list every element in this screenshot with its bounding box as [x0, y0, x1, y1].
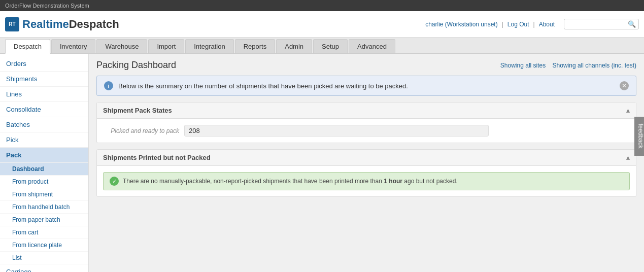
sidebar-sub-item-from-product[interactable]: From product — [0, 176, 88, 188]
section-pack-states: Shipment Pack States ▴ Picked and ready … — [96, 102, 636, 143]
sidebar-item-pick[interactable]: Pick — [0, 132, 88, 148]
search-box: 🔍 — [564, 19, 639, 29]
showing-all-channels-link[interactable]: Showing all channels (inc. test) — [553, 62, 636, 69]
showing-all-sites-link[interactable]: Showing all sites — [500, 62, 546, 69]
section-pack-states-header: Shipment Pack States ▴ — [97, 103, 636, 119]
about-link[interactable]: About — [539, 21, 555, 28]
logo-bold: Realtime — [22, 18, 69, 30]
sidebar-sub-item-from-shipment[interactable]: From shipment — [0, 188, 88, 201]
section-printed-not-packed-header: Shipments Printed but not Packed ▴ — [97, 150, 636, 166]
pack-states-value: 208 — [184, 125, 489, 137]
info-banner: i Below is the summary on the number of … — [96, 76, 636, 96]
logo: RT RealtimeDespatch — [5, 17, 119, 31]
info-banner-left: i Below is the summary on the number of … — [104, 81, 408, 90]
app-title: OrderFlow Demonstration System — [5, 3, 89, 9]
top-bar: OrderFlow Demonstration System — [0, 0, 644, 11]
main-layout: Orders Shipments Lines Consolidate Batch… — [0, 54, 644, 272]
sidebar-sub-item-from-handheld-batch[interactable]: From handheld batch — [0, 201, 88, 214]
sidebar-item-lines[interactable]: Lines — [0, 87, 88, 102]
logo-icon: RT — [5, 17, 19, 31]
sidebar-item-orders[interactable]: Orders — [0, 56, 88, 72]
content-area: Packing Dashboard Showing all sites Show… — [89, 54, 644, 272]
sidebar-sub-item-from-paper-batch[interactable]: From paper batch — [0, 214, 88, 226]
page-title-row: Packing Dashboard Showing all sites Show… — [96, 60, 636, 71]
section-printed-not-packed-body: ✓ There are no manually-packable, non-re… — [97, 166, 636, 196]
sep1: | — [502, 21, 503, 28]
tab-integration[interactable]: Integration — [185, 39, 233, 53]
header-right: charlie (Workstation unset) | Log Out | … — [425, 19, 639, 29]
tab-reports[interactable]: Reports — [235, 39, 276, 53]
pack-states-row: Picked and ready to pack 208 — [103, 125, 630, 137]
sidebar-sub-item-from-cart[interactable]: From cart — [0, 226, 88, 239]
time-bold: 1 hour — [384, 178, 402, 185]
tab-import[interactable]: Import — [148, 39, 184, 53]
info-message: Below is the summary on the number of sh… — [118, 82, 408, 90]
logo-despatch: Despatch — [69, 18, 119, 30]
search-icon: 🔍 — [628, 20, 636, 28]
section-printed-not-packed: Shipments Printed but not Packed ▴ ✓ The… — [96, 149, 636, 197]
success-text: There are no manually-packable, non-repo… — [123, 178, 458, 185]
sidebar: Orders Shipments Lines Consolidate Batch… — [0, 54, 89, 272]
section-pack-states-body: Picked and ready to pack 208 — [97, 119, 636, 143]
collapse-pack-states-icon[interactable]: ▴ — [626, 107, 630, 114]
tab-setup[interactable]: Setup — [313, 39, 348, 53]
sidebar-sub-item-dashboard[interactable]: Dashboard — [0, 163, 88, 176]
search-input[interactable] — [567, 21, 628, 28]
logout-link[interactable]: Log Out — [507, 21, 529, 28]
header: RT RealtimeDespatch charlie (Workstation… — [0, 11, 644, 38]
sidebar-sub-item-from-licence-plate[interactable]: From licence plate — [0, 239, 88, 252]
workstation-label: (Workstation unset) — [445, 21, 498, 28]
success-message: ✓ There are no manually-packable, non-re… — [103, 172, 630, 190]
info-icon: i — [104, 81, 113, 90]
sidebar-item-carriage[interactable]: Carriage — [0, 264, 88, 272]
pack-states-label: Picked and ready to pack — [103, 127, 179, 134]
section-pack-states-title: Shipment Pack States — [103, 107, 172, 114]
close-icon[interactable]: ✕ — [620, 81, 629, 90]
sep2: | — [533, 21, 535, 28]
sidebar-sub-item-list[interactable]: List — [0, 252, 88, 264]
tab-warehouse[interactable]: Warehouse — [96, 39, 147, 53]
tab-advanced[interactable]: Advanced — [349, 39, 395, 53]
sidebar-item-pack[interactable]: Pack — [0, 148, 88, 163]
success-icon: ✓ — [110, 177, 119, 186]
sidebar-item-consolidate[interactable]: Consolidate — [0, 102, 88, 117]
tab-admin[interactable]: Admin — [276, 39, 312, 53]
sidebar-item-batches[interactable]: Batches — [0, 117, 88, 132]
sidebar-item-shipments[interactable]: Shipments — [0, 72, 88, 87]
page-title: Packing Dashboard — [96, 60, 176, 71]
logo-text: RealtimeDespatch — [22, 18, 119, 31]
collapse-printed-not-packed-icon[interactable]: ▴ — [626, 154, 630, 161]
section-printed-not-packed-title: Shipments Printed but not Packed — [103, 154, 211, 161]
nav-tabs: Despatch Inventory Warehouse Import Inte… — [0, 38, 644, 54]
page-title-links: Showing all sites Showing all channels (… — [495, 62, 636, 69]
tab-inventory[interactable]: Inventory — [51, 39, 95, 53]
tab-despatch[interactable]: Despatch — [5, 39, 50, 54]
user-link[interactable]: charlie (Workstation unset) — [425, 21, 498, 28]
feedback-tab[interactable]: feedback — [635, 117, 644, 156]
